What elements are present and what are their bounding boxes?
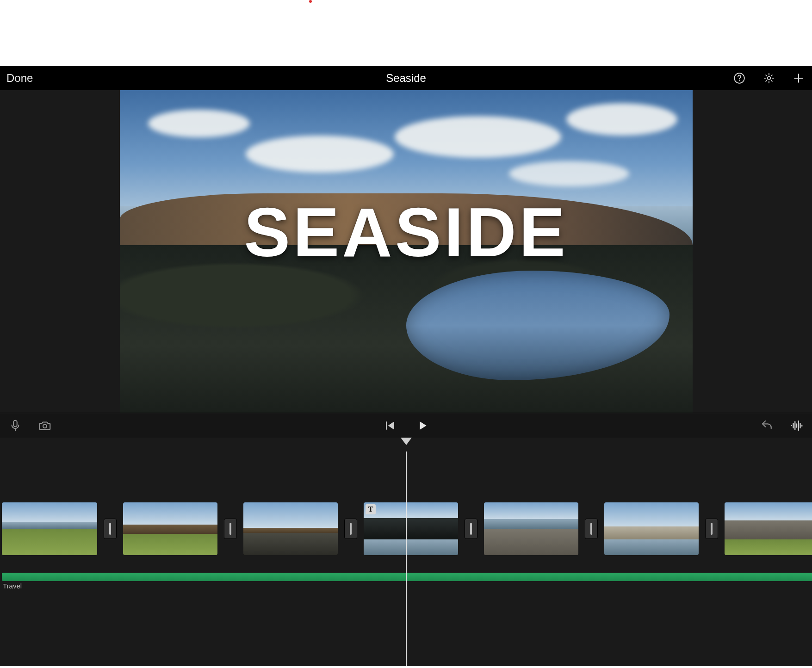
done-button[interactable]: Done	[6, 72, 33, 85]
skip-to-start-icon[interactable]	[383, 419, 397, 433]
transition-marker[interactable]	[705, 519, 718, 539]
timeline-clip[interactable]	[243, 502, 338, 555]
preview-area: SEASIDE	[0, 90, 812, 413]
svg-rect-5	[386, 421, 387, 430]
svg-point-4	[43, 424, 47, 428]
transition-marker[interactable]	[344, 519, 357, 539]
title-overlay-text: SEASIDE	[120, 192, 693, 272]
svg-rect-3	[13, 420, 17, 427]
transition-marker[interactable]	[224, 519, 237, 539]
project-title: Seaside	[386, 72, 426, 85]
timeline-clip[interactable]	[725, 502, 812, 555]
svg-point-2	[768, 77, 771, 80]
timeline-clip[interactable]	[2, 502, 97, 555]
preview-cloud	[246, 136, 394, 173]
transport-center-controls	[383, 419, 429, 433]
transport-left-tools	[8, 419, 52, 433]
audio-track-label: Travel	[3, 582, 22, 590]
play-icon[interactable]	[415, 419, 429, 433]
camera-icon[interactable]	[38, 419, 52, 433]
transition-marker[interactable]	[585, 519, 598, 539]
header-bar: Done Seaside	[0, 66, 812, 90]
transport-right-tools	[760, 419, 804, 433]
waveform-icon[interactable]	[790, 419, 804, 433]
page-top-whitespace	[0, 0, 812, 66]
audio-track[interactable]	[2, 573, 812, 581]
timeline-clip[interactable]	[484, 502, 578, 555]
preview-cloud	[148, 110, 250, 137]
help-icon[interactable]	[732, 71, 746, 85]
preview-cloud	[566, 103, 677, 136]
preview-viewport[interactable]: SEASIDE	[120, 90, 693, 413]
title-badge-icon: T	[366, 504, 376, 514]
red-marker-dot	[309, 0, 312, 3]
transition-marker[interactable]	[104, 519, 117, 539]
timeline-clip[interactable]	[123, 502, 217, 555]
preview-cloud	[395, 116, 561, 158]
plus-icon[interactable]	[792, 71, 806, 85]
timeline-clip[interactable]	[604, 502, 699, 555]
transition-marker[interactable]	[465, 519, 477, 539]
microphone-icon[interactable]	[8, 419, 22, 433]
transport-bar	[0, 413, 812, 438]
svg-point-1	[739, 80, 740, 81]
playhead-caret[interactable]	[401, 438, 412, 445]
gear-icon[interactable]	[762, 71, 776, 85]
timeline-clip[interactable]: T	[364, 502, 458, 555]
timeline[interactable]: T	[0, 438, 812, 666]
header-right-group	[732, 71, 806, 85]
playhead-line[interactable]	[406, 452, 407, 666]
video-editor-app: Done Seaside	[0, 66, 812, 666]
undo-icon[interactable]	[760, 419, 774, 433]
